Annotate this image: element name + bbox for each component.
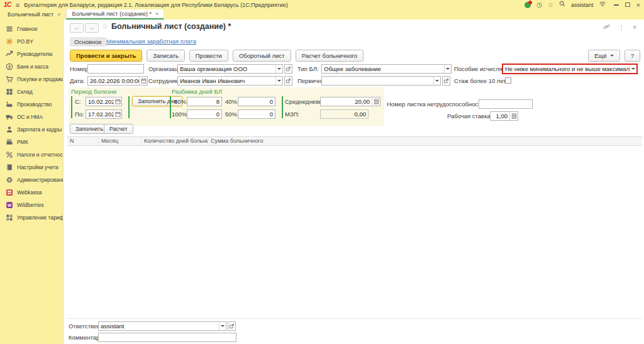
sotrudnik-open-button[interactable] bbox=[284, 76, 292, 86]
p40-input[interactable]: 0 bbox=[238, 97, 275, 106]
period-from-input[interactable]: 10.02.2026 bbox=[86, 97, 122, 106]
back-button[interactable]: ← bbox=[70, 23, 84, 33]
get-link-icon[interactable] bbox=[603, 23, 610, 32]
period-from-label: С: bbox=[75, 97, 81, 106]
chevron-down-icon[interactable] bbox=[275, 77, 282, 85]
sick-leave-months-table[interactable] bbox=[67, 146, 642, 319]
add-to-favorites-icon[interactable]: ☆ bbox=[102, 22, 109, 31]
post-button[interactable]: Провести bbox=[189, 50, 228, 62]
sidebar-item-chart[interactable]: Руководителю bbox=[0, 48, 63, 60]
close-window-button[interactable]: × bbox=[636, 2, 640, 8]
posobie-combo[interactable]: Не ниже минимального и не выше максималь… bbox=[502, 64, 637, 74]
minimize-button[interactable] bbox=[614, 4, 619, 6]
history-icon[interactable]: ◷ bbox=[536, 1, 542, 9]
data-input[interactable]: 26.02.2026 0:00:00 bbox=[87, 76, 148, 86]
discussions-icon[interactable] bbox=[525, 2, 531, 8]
rabochaya-stavka-input[interactable]: 1,00 bbox=[490, 111, 518, 121]
p80-input[interactable]: 8 bbox=[187, 97, 222, 106]
sidebar-item-person[interactable]: Зарплата и кадры bbox=[0, 123, 63, 136]
sidebar-item-asterisk[interactable]: РО.BY bbox=[0, 35, 63, 48]
nomer-listka-label: Номер листка нетрудоспособности: bbox=[387, 99, 486, 109]
truck-icon bbox=[6, 113, 13, 121]
calculator-icon[interactable] bbox=[372, 97, 380, 106]
chevron-down-icon[interactable] bbox=[433, 77, 440, 85]
sidebar-item-wildberries[interactable]: WWildberries bbox=[0, 199, 63, 211]
sidebar-item-warehouse[interactable]: Склад bbox=[0, 86, 63, 98]
more-button[interactable]: Ещё bbox=[588, 50, 619, 62]
p50-input[interactable]: 0 bbox=[238, 109, 275, 119]
period-to-input[interactable]: 17.02.2026 bbox=[86, 109, 122, 119]
p50-value: 0 bbox=[238, 110, 275, 118]
sidebar-item-gear[interactable]: Администрирование bbox=[0, 174, 63, 186]
table-column-header: N bbox=[67, 137, 99, 145]
menu-icon bbox=[6, 25, 13, 33]
chart-icon bbox=[6, 50, 13, 58]
srednednevnaya-input[interactable]: 20,00 bbox=[320, 97, 380, 106]
chevron-down-icon[interactable] bbox=[444, 65, 451, 73]
more-icon[interactable]: ⋮ bbox=[618, 24, 625, 31]
sidebar-item-factory[interactable]: Производство bbox=[0, 98, 63, 111]
restore-button[interactable] bbox=[625, 3, 630, 7]
calculator-icon[interactable] bbox=[509, 112, 518, 120]
oborotny-list-button[interactable]: Оборотный лист bbox=[233, 50, 291, 62]
sidebar-item-menu[interactable]: Главное bbox=[0, 23, 63, 35]
otvetstvenny-open-button[interactable] bbox=[228, 321, 236, 331]
sidebar-item-label: Администрирование bbox=[17, 177, 63, 183]
help-button[interactable]: ? bbox=[625, 50, 640, 62]
calendar-icon[interactable] bbox=[139, 77, 147, 85]
otvetstvenny-combo[interactable]: assistant bbox=[98, 321, 226, 331]
sidebar-item-tariff[interactable]: Управление тарифом bbox=[0, 211, 63, 224]
p100-input[interactable]: 0 bbox=[187, 109, 222, 119]
tip-bl-combo[interactable]: Общее заболевание bbox=[321, 64, 452, 74]
main-menu-icon[interactable]: ≡ bbox=[16, 2, 19, 8]
close-form-icon[interactable]: × bbox=[633, 24, 636, 31]
organizaciya-combo[interactable]: Ваша организация ООО bbox=[177, 64, 283, 74]
period-to-value: 17.02.2026 bbox=[86, 110, 113, 118]
rabochaya-stavka-value: 1,00 bbox=[491, 112, 509, 120]
close-icon[interactable]: × bbox=[155, 11, 158, 17]
pervichny-combo[interactable] bbox=[321, 76, 441, 86]
pervichny-open-button[interactable] bbox=[442, 76, 450, 86]
sidebar-item-truck[interactable]: ОС и НМА bbox=[0, 111, 63, 123]
sidebar-item-coin[interactable]: Банк и касса bbox=[0, 60, 63, 73]
fill-button[interactable]: Заполнить bbox=[70, 124, 109, 134]
close-icon[interactable]: × bbox=[57, 11, 60, 18]
tab-bolnichny-list-sozdanie[interactable]: Больничный лист (создание) * × bbox=[66, 9, 164, 19]
organizaciya-open-button[interactable] bbox=[284, 64, 292, 74]
kommentarij-input[interactable] bbox=[98, 333, 236, 342]
sidebar-item-book[interactable]: Настройки учета bbox=[0, 161, 63, 174]
tab-bolnichny-list[interactable]: Больничный лист × bbox=[3, 9, 66, 19]
nav-link-min-zarplata[interactable]: Минимальная заработная плата bbox=[106, 38, 196, 45]
months-table-header: NМесяцКоличество дней больничногоСумма б… bbox=[67, 136, 642, 146]
favorites-icon[interactable]: ☆ bbox=[548, 1, 553, 9]
sidebar-item-webkassa[interactable]: Webkassa bbox=[0, 186, 63, 199]
sidebar-item-cart[interactable]: Покупки и продажи bbox=[0, 73, 63, 86]
app-window: 1С ≡ Бухгалтерия для Беларуси, редакция … bbox=[0, 0, 644, 344]
forward-button[interactable]: → bbox=[85, 23, 99, 33]
nomer-listka-input[interactable] bbox=[479, 99, 533, 109]
gear-icon bbox=[6, 176, 13, 184]
calendar-icon[interactable] bbox=[113, 97, 121, 106]
current-user[interactable]: assistant bbox=[571, 2, 594, 8]
tariff-icon bbox=[6, 214, 13, 221]
post-and-close-button[interactable]: Провести и закрыть bbox=[70, 50, 142, 62]
sotrudnik-combo[interactable]: Иванов Иван Иванович bbox=[177, 76, 283, 86]
nomer-input[interactable] bbox=[87, 64, 144, 74]
search-icon[interactable] bbox=[559, 1, 565, 9]
data-value: 26.02.2026 0:00:00 bbox=[88, 77, 139, 85]
table-column-header: Количество дней больничного bbox=[142, 137, 208, 145]
calendar-icon[interactable] bbox=[113, 110, 121, 118]
nav-tab-osnovnoe[interactable]: Основное bbox=[70, 37, 106, 47]
table-column-header: Месяц bbox=[99, 137, 142, 145]
notification-badge bbox=[528, 1, 532, 4]
chevron-down-icon[interactable] bbox=[219, 322, 226, 330]
sidebar-item-percent[interactable]: Налоги и отчетность bbox=[0, 148, 63, 161]
chevron-down-icon[interactable] bbox=[630, 65, 636, 73]
sick-pay-calculation-button[interactable]: Расчет больничного bbox=[296, 50, 364, 62]
calculation-button[interactable]: Расчет bbox=[104, 124, 133, 134]
stazh-checkbox[interactable] bbox=[505, 77, 511, 84]
save-button[interactable]: Записать bbox=[147, 50, 185, 62]
sidebar-item-register[interactable]: РМК bbox=[0, 136, 63, 148]
chevron-down-icon[interactable] bbox=[275, 65, 282, 73]
service-settings-icon[interactable] bbox=[599, 1, 606, 9]
